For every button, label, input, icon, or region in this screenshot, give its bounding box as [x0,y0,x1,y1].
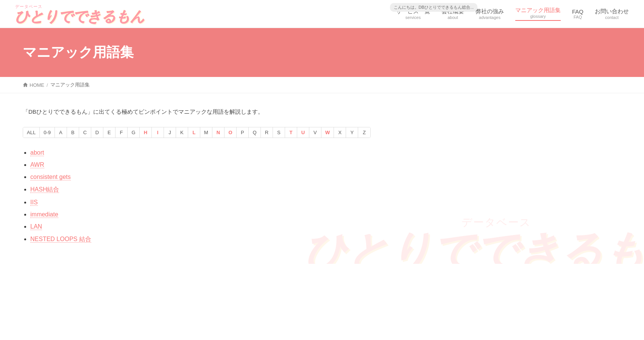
list-item: HASH結合 [30,186,621,194]
list-item: NESTED LOOPS 結合 [30,235,621,243]
alpha-btn-l[interactable]: L [188,127,200,138]
alpha-btn-v[interactable]: V [309,127,321,138]
list-item: abort [30,149,621,156]
alpha-btn-b[interactable]: B [67,127,79,138]
list-item: immediate [30,211,621,218]
alpha-btn-0-9[interactable]: 0-9 [40,127,55,138]
list-item: consistent gets [30,174,621,180]
alpha-btn-p[interactable]: P [237,127,249,138]
glossary-link[interactable]: consistent gets [30,174,71,180]
alpha-btn-m[interactable]: M [200,127,212,138]
alpha-btn-c[interactable]: C [79,127,91,138]
alpha-btn-z[interactable]: Z [358,127,370,138]
nav-item-advantages[interactable]: 弊社の強みadvantages [476,8,504,20]
logo[interactable]: データベース ひとりでできるもん [15,4,145,24]
alpha-btn-j[interactable]: J [164,127,176,138]
alpha-btn-q[interactable]: Q [249,127,261,138]
breadcrumb-home[interactable]: HOME [23,82,44,88]
alpha-btn-h[interactable]: H [140,127,152,138]
list-item: LAN [30,223,621,230]
nav-item-FAQ[interactable]: FAQFAQ [572,8,583,19]
glossary-link[interactable]: HASH結合 [30,186,59,193]
nav-item-contact[interactable]: お問い合わせcontact [595,8,629,20]
breadcrumb-current: マニアック用語集 [50,81,90,88]
alpha-btn-n[interactable]: N [212,127,225,138]
breadcrumb: HOME / マニアック用語集 [0,77,644,93]
alpha-btn-e[interactable]: E [103,127,115,138]
hero-title: マニアック用語集 [23,43,621,62]
alpha-btn-g[interactable]: G [128,127,140,138]
alpha-btn-s[interactable]: S [273,127,285,138]
list-item: AWR [30,161,621,168]
alpha-btn-i[interactable]: I [152,127,164,138]
alpha-btn-a[interactable]: A [55,127,67,138]
alphabet-nav: ALL0-9ABCDEFGHIJKLMNOPQRSTUVWXYZ [23,127,371,138]
alpha-btn-u[interactable]: U [297,127,309,138]
glossary-link[interactable]: NESTED LOOPS 結合 [30,236,91,243]
alpha-btn-d[interactable]: D [91,127,103,138]
alpha-btn-t[interactable]: T [285,127,297,138]
alpha-btn-r[interactable]: R [261,127,273,138]
logo-main: ひとりでできるもん [15,9,145,24]
alpha-btn-k[interactable]: K [176,127,188,138]
description: 「DBひとりでできるもん」に出てくる極めてピンポイントでマニアックな用語を解説し… [23,108,621,116]
breadcrumb-separator: / [47,82,48,88]
alpha-btn-all[interactable]: ALL [23,127,40,138]
nav-item-glossary[interactable]: マニアック用語集glossary [515,7,561,21]
main-content: 「DBひとりでできるもん」に出てくる極めてピンポイントでマニアックな用語を解説し… [0,93,644,264]
alpha-btn-y[interactable]: Y [346,127,358,138]
alpha-btn-f[interactable]: F [115,127,128,138]
alpha-btn-x[interactable]: X [334,127,346,138]
alpha-btn-w[interactable]: W [321,127,334,138]
hero-section: マニアック用語集 [0,28,644,77]
glossary-link[interactable]: IIS [30,199,38,206]
list-item: IIS [30,199,621,206]
glossary-link[interactable]: immediate [30,211,58,218]
glossary-link[interactable]: abort [30,149,44,156]
header: データベース ひとりでできるもん こんにちは。DBひとりでできるもん総合... … [0,0,644,28]
home-icon [23,82,28,88]
glossary-link[interactable]: LAN [30,223,42,230]
alpha-btn-o[interactable]: O [225,127,237,138]
chat-bubble: こんにちは。DBひとりでできるもん総合... [390,3,477,12]
glossary-list: abortAWRconsistent getsHASH結合IISimmediat… [23,149,621,243]
glossary-link[interactable]: AWR [30,161,44,168]
